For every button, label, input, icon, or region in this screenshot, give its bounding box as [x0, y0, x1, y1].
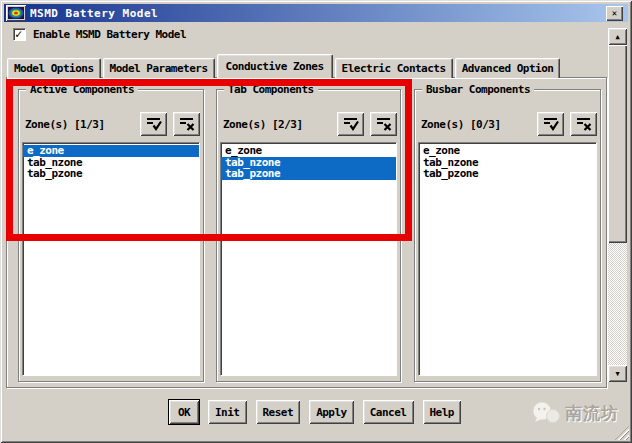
watermark-text: 南流坊 [565, 402, 619, 425]
select-all-icon [146, 117, 162, 131]
zone-count-label: Zone(s) [2/3] [223, 118, 303, 131]
zone-select-buttons [140, 112, 200, 136]
select-all-button[interactable] [140, 112, 167, 136]
tab-label: Model Parameters [110, 62, 208, 75]
vertical-scrollbar[interactable]: ▲ ▼ [608, 28, 627, 382]
cancel-button[interactable]: Cancel [363, 400, 414, 424]
select-all-button[interactable] [337, 112, 364, 136]
reset-button[interactable]: Reset [256, 400, 301, 424]
enable-model-label: Enable MSMD Battery Model [33, 28, 186, 41]
tab-advanced-option[interactable]: Advanced Option [455, 58, 561, 78]
list-item[interactable]: e_zone [419, 145, 596, 157]
list-item[interactable]: e_zone [221, 145, 396, 157]
group-tab-components: Tab Components Zone(s) [2/3] [216, 89, 401, 382]
tab-model-options[interactable]: Model Options [7, 58, 101, 78]
ok-button[interactable]: OK [169, 400, 199, 424]
group-active-components: Active Components Zone(s) [1/3] [18, 89, 204, 382]
contour-plot-icon [8, 7, 24, 19]
window-title: MSMD Battery Model [30, 7, 606, 20]
help-button[interactable]: Help [423, 400, 462, 424]
watermark: 南流坊 [530, 400, 619, 426]
group-title: Active Components [26, 83, 138, 96]
zone-select-buttons [337, 112, 397, 136]
zone-select-buttons [537, 112, 597, 136]
zone-list: e_zone tab_nzone tab_pzone [220, 142, 397, 376]
deselect-all-button[interactable] [370, 112, 397, 136]
app-icon [6, 5, 26, 21]
select-all-icon [343, 117, 359, 131]
resize-grip[interactable] [615, 426, 629, 440]
close-icon[interactable]: ✕ [606, 6, 623, 21]
apply-button[interactable]: Apply [309, 400, 354, 424]
zone-list: e_zone tab_nzone tab_pzone [22, 142, 200, 376]
group-title: Busbar Components [422, 83, 534, 96]
tab-electric-contacts[interactable]: Electric Contacts [335, 58, 453, 78]
deselect-all-icon [376, 117, 392, 131]
select-all-button[interactable] [537, 112, 564, 136]
zone-list: e_zone tab_nzone tab_pzone [418, 142, 597, 376]
list-item[interactable]: tab_pzone [23, 168, 199, 180]
select-all-icon [543, 117, 559, 131]
scrollbar-thumb[interactable] [608, 45, 627, 243]
list-item[interactable]: tab_pzone [221, 168, 396, 180]
scroll-up-icon[interactable]: ▲ [608, 28, 627, 45]
tab-label: Advanced Option [462, 62, 554, 75]
deselect-all-button[interactable] [570, 112, 597, 136]
deselect-all-icon [576, 117, 592, 131]
init-button[interactable]: Init [208, 400, 247, 424]
conductive-zones-panel: Active Components Zone(s) [1/3] [6, 77, 607, 388]
list-item[interactable]: e_zone [23, 145, 199, 157]
deselect-all-icon [179, 117, 195, 131]
enable-model-row: Enable MSMD Battery Model [13, 28, 186, 41]
scroll-down-icon[interactable]: ▼ [608, 365, 627, 382]
tab-label: Electric Contacts [342, 62, 446, 75]
title-bar: MSMD Battery Model ✕ [4, 4, 628, 22]
tab-strip: Model Options Model Parameters Conductiv… [7, 54, 562, 78]
group-busbar-components: Busbar Components Zone(s) [0/3] [414, 89, 601, 382]
tab-conductive-zones[interactable]: Conductive Zones [217, 54, 333, 78]
deselect-all-button[interactable] [173, 112, 200, 136]
group-title: Tab Components [224, 83, 318, 96]
list-item[interactable]: tab_pzone [419, 168, 596, 180]
tab-label: Conductive Zones [226, 60, 324, 73]
tab-model-parameters[interactable]: Model Parameters [103, 58, 215, 78]
msmd-battery-model-dialog: MSMD Battery Model ✕ Enable MSMD Battery… [0, 0, 632, 443]
chat-bubbles-icon [530, 400, 562, 426]
tab-label: Model Options [14, 62, 94, 75]
enable-model-checkbox[interactable] [13, 28, 26, 41]
dialog-footer: OK Init Reset Apply Cancel Help [169, 400, 461, 424]
zone-count-label: Zone(s) [1/3] [25, 118, 105, 131]
zone-count-label: Zone(s) [0/3] [421, 118, 501, 131]
